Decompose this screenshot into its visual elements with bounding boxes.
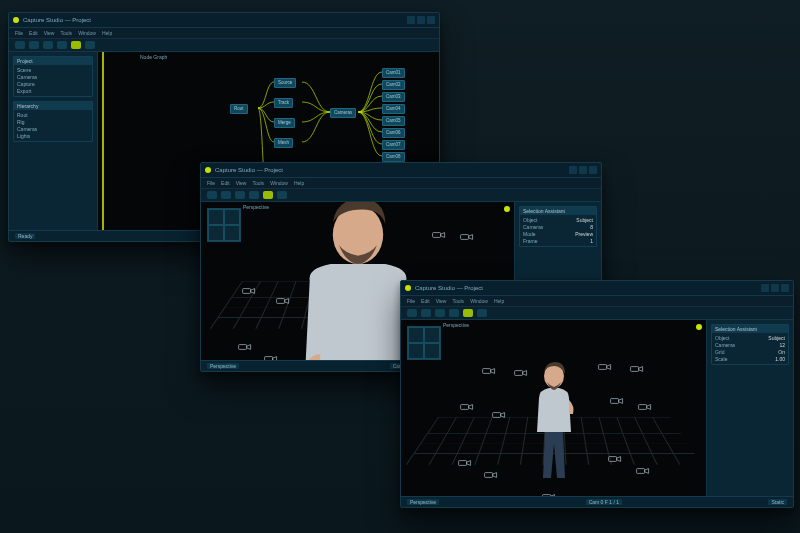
- menu-tools[interactable]: Tools: [452, 298, 464, 304]
- graph-node[interactable]: Source: [274, 78, 296, 88]
- redo-button[interactable]: [57, 41, 67, 49]
- camera-icon[interactable]: [635, 466, 651, 476]
- tree-item[interactable]: Rig: [17, 119, 89, 125]
- graph-node[interactable]: Cam06: [382, 128, 405, 138]
- tree-item[interactable]: Scene: [17, 67, 89, 73]
- graph-node[interactable]: Cam05: [382, 116, 405, 126]
- maximize-button[interactable]: [579, 166, 587, 174]
- menu-help[interactable]: Help: [102, 30, 112, 36]
- redo-button[interactable]: [249, 191, 259, 199]
- view-cube-gizmo[interactable]: [207, 208, 241, 242]
- camera-icon[interactable]: [541, 492, 557, 496]
- minimize-button[interactable]: [407, 16, 415, 24]
- menu-edit[interactable]: Edit: [221, 180, 230, 186]
- close-button[interactable]: [781, 284, 789, 292]
- graph-node[interactable]: Cam01: [382, 68, 405, 78]
- open-project-button[interactable]: [407, 309, 417, 317]
- window-title: Capture Studio — Project: [415, 285, 483, 291]
- camera-icon[interactable]: [431, 230, 447, 240]
- property-row: ObjectSubject: [523, 217, 593, 223]
- camera-icon[interactable]: [459, 402, 475, 412]
- camera-icon[interactable]: [457, 458, 473, 468]
- camera-icon[interactable]: [567, 494, 583, 496]
- menu-window[interactable]: Window: [470, 298, 488, 304]
- 3d-viewport[interactable]: Perspective: [401, 320, 706, 496]
- camera-icon[interactable]: [459, 232, 475, 242]
- titlebar[interactable]: Capture Studio — Project: [201, 163, 601, 178]
- undo-button[interactable]: [235, 191, 245, 199]
- menu-edit[interactable]: Edit: [29, 30, 38, 36]
- camera-icon[interactable]: [637, 402, 653, 412]
- save-button[interactable]: [29, 41, 39, 49]
- panel-header[interactable]: Selection Assistant: [520, 207, 596, 215]
- maximize-button[interactable]: [417, 16, 425, 24]
- property-value: 1.00: [775, 356, 785, 362]
- camera-icon[interactable]: [263, 354, 279, 360]
- camera-icon[interactable]: [607, 454, 623, 464]
- menu-file[interactable]: File: [207, 180, 215, 186]
- menu-help[interactable]: Help: [494, 298, 504, 304]
- menu-view[interactable]: View: [44, 30, 55, 36]
- redo-button[interactable]: [449, 309, 459, 317]
- titlebar[interactable]: Capture Studio — Project: [401, 281, 793, 296]
- graph-node[interactable]: Cam07: [382, 140, 405, 150]
- close-button[interactable]: [589, 166, 597, 174]
- camera-icon[interactable]: [609, 396, 625, 406]
- save-button[interactable]: [221, 191, 231, 199]
- graph-node[interactable]: Root: [230, 104, 248, 114]
- panel-header[interactable]: Hierarchy: [14, 102, 92, 110]
- graph-node[interactable]: Cameras: [330, 108, 356, 118]
- graph-node[interactable]: Cam03: [382, 92, 405, 102]
- minimize-button[interactable]: [569, 166, 577, 174]
- tree-item[interactable]: Capture: [17, 81, 89, 87]
- camera-icon[interactable]: [483, 470, 499, 480]
- menu-file[interactable]: File: [407, 298, 415, 304]
- panel-header[interactable]: Project: [14, 57, 92, 65]
- tree-item[interactable]: Root: [17, 112, 89, 118]
- graph-node[interactable]: Cam02: [382, 80, 405, 90]
- graph-node[interactable]: Cam08: [382, 152, 405, 162]
- view-cube-gizmo[interactable]: [407, 326, 441, 360]
- camera-icon[interactable]: [513, 368, 529, 378]
- graph-node[interactable]: Merge: [274, 118, 295, 128]
- minimize-button[interactable]: [761, 284, 769, 292]
- menu-view[interactable]: View: [236, 180, 247, 186]
- undo-button[interactable]: [43, 41, 53, 49]
- menu-tools[interactable]: Tools: [60, 30, 72, 36]
- play-button[interactable]: [463, 309, 473, 317]
- menu-view[interactable]: View: [436, 298, 447, 304]
- camera-icon[interactable]: [241, 286, 257, 296]
- camera-icon[interactable]: [491, 410, 507, 420]
- play-button[interactable]: [71, 41, 81, 49]
- menu-file[interactable]: File: [15, 30, 23, 36]
- camera-icon[interactable]: [237, 342, 253, 352]
- camera-icon[interactable]: [275, 296, 291, 306]
- save-button[interactable]: [421, 309, 431, 317]
- open-project-button[interactable]: [207, 191, 217, 199]
- settings-button[interactable]: [477, 309, 487, 317]
- tree-item[interactable]: Export: [17, 88, 89, 94]
- play-button[interactable]: [263, 191, 273, 199]
- maximize-button[interactable]: [771, 284, 779, 292]
- settings-button[interactable]: [85, 41, 95, 49]
- undo-button[interactable]: [435, 309, 445, 317]
- menu-window[interactable]: Window: [270, 180, 288, 186]
- close-button[interactable]: [427, 16, 435, 24]
- tree-item[interactable]: Cameras: [17, 74, 89, 80]
- camera-icon[interactable]: [597, 362, 613, 372]
- menu-tools[interactable]: Tools: [252, 180, 264, 186]
- panel-header[interactable]: Selection Assistant: [712, 325, 788, 333]
- camera-icon[interactable]: [481, 366, 497, 376]
- graph-node[interactable]: Track: [274, 98, 293, 108]
- tree-item[interactable]: Cameras: [17, 126, 89, 132]
- graph-node[interactable]: Cam04: [382, 104, 405, 114]
- settings-button[interactable]: [277, 191, 287, 199]
- camera-icon[interactable]: [629, 364, 645, 374]
- menu-help[interactable]: Help: [294, 180, 304, 186]
- tree-item[interactable]: Lights: [17, 133, 89, 139]
- menu-window[interactable]: Window: [78, 30, 96, 36]
- graph-node[interactable]: Mesh: [274, 138, 293, 148]
- menu-edit[interactable]: Edit: [421, 298, 430, 304]
- open-project-button[interactable]: [15, 41, 25, 49]
- titlebar[interactable]: Capture Studio — Project: [9, 13, 439, 28]
